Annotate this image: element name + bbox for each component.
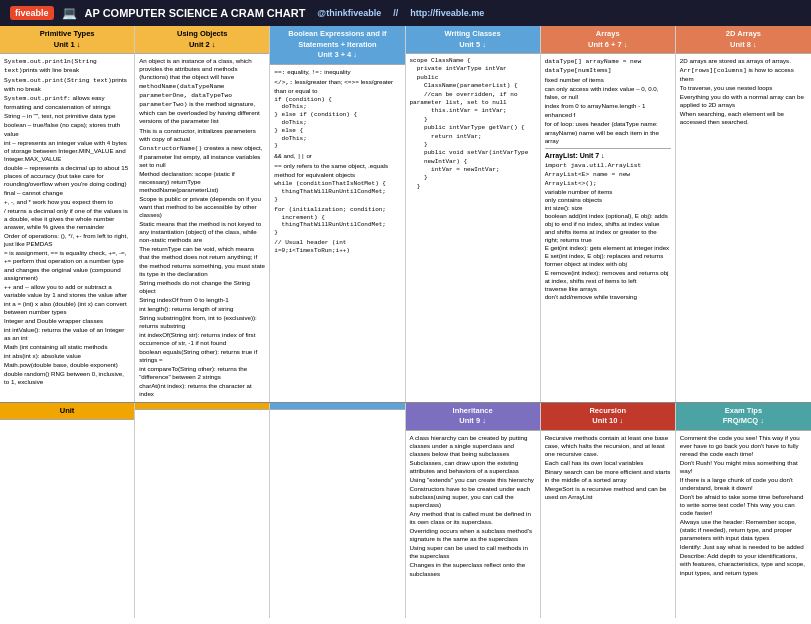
bot-col3-body bbox=[270, 410, 404, 619]
header-icon: 💻 bbox=[62, 6, 77, 20]
col6-item: 2D arrays are stored as arrays of arrays… bbox=[680, 57, 807, 65]
header-link2[interactable]: http://fiveable.me bbox=[410, 8, 484, 18]
col1-item: final – cannot change bbox=[4, 189, 130, 197]
col1-item: int a = (int) x also (double) (int x) ca… bbox=[4, 300, 130, 316]
bot-exam-body: Comment the code you see! This way if yo… bbox=[676, 431, 811, 619]
col5-item: index from 0 to arrayName.length - 1 bbox=[545, 102, 671, 110]
col1-item: int abs(int x): absolute value bbox=[4, 352, 130, 360]
main-content: Primitive Types Unit 1 ↓ System.out.prin… bbox=[0, 26, 811, 618]
col5-al-item: traverse like arrays bbox=[545, 285, 671, 293]
col3-item: if (condition) { doThis; } else if (cond… bbox=[274, 96, 400, 151]
col4-header: Writing Classes Unit 5 ↓ bbox=[406, 26, 540, 54]
col1-item: Integer and Double wrapper classes bbox=[4, 317, 130, 325]
col6-unit: Unit 8 ↓ bbox=[680, 40, 807, 51]
header-link1[interactable]: @thinkfiveable bbox=[317, 8, 381, 18]
bot-recursion-body: Recursive methods contain at least one b… bbox=[541, 431, 675, 619]
col2-item: String methods do not change the String … bbox=[139, 279, 265, 295]
inh-item: Overriding occurs when a subclass method… bbox=[410, 527, 536, 543]
col1-item: / returns a decimal only if one of the v… bbox=[4, 207, 130, 231]
col5-al-item: only contains objects bbox=[545, 196, 671, 204]
col5-item: enhanced f bbox=[545, 111, 671, 119]
col4-title: Writing Classes bbox=[410, 29, 536, 40]
col5-al-item: variable number of items bbox=[545, 188, 671, 196]
col1-body: System.out.println(String text)prints wi… bbox=[0, 54, 134, 402]
col5-item: fixed number of items bbox=[545, 76, 671, 84]
col5-item: can only access with index value – 0, 0.… bbox=[545, 85, 671, 101]
page-wrapper: fiveable 💻 AP COMPUTER SCIENCE A CRAM CH… bbox=[0, 0, 811, 618]
col2-item: An object is an instance of a class, whi… bbox=[139, 57, 265, 81]
col5-header: Arrays Unit 6 + 7 ↓ bbox=[541, 26, 675, 54]
bot-col-unit-label: Unit bbox=[0, 403, 135, 619]
inh-item: Changes in the superclass reflect onto t… bbox=[410, 561, 536, 577]
col1-item: +, -, and * work how you expect them to bbox=[4, 198, 130, 206]
col5-item: dataType[] arrayName = new dataType[numI… bbox=[545, 57, 671, 75]
bot-col1-header: Unit bbox=[0, 403, 134, 421]
col1-item: System.out.println(String text)prints wi… bbox=[4, 57, 130, 75]
col2-unit: Unit 2 ↓ bbox=[139, 40, 265, 51]
col5-al-item: E get(int index): gets element at intege… bbox=[545, 244, 671, 252]
col2-header: Using Objects Unit 2 ↓ bbox=[135, 26, 269, 54]
col6-item: To traverse, you use nested loops bbox=[680, 84, 807, 92]
col1-item: double – represents a decimal up to abou… bbox=[4, 164, 130, 188]
bot-col-recursion: Recursion Unit 10 ↓ Recursive methods co… bbox=[541, 403, 676, 619]
col-writing-classes: Writing Classes Unit 5 ↓ scope ClassName… bbox=[406, 26, 541, 402]
col1-item: = is assignment, == is equality check, +… bbox=[4, 249, 130, 281]
col1-item: boolean – true/false (no caps); stores t… bbox=[4, 121, 130, 137]
col5-arraylist-title: ArrayList: Unit 7 ↓ bbox=[545, 151, 671, 160]
col3-unit: Unit 3 + 4 ↓ bbox=[274, 50, 400, 61]
bot-col1-body bbox=[0, 420, 134, 618]
col1-title: Primitive Types bbox=[4, 29, 130, 40]
exam-item: If there is a large chunk of code you do… bbox=[680, 476, 807, 492]
col4-unit: Unit 5 ↓ bbox=[410, 40, 536, 51]
col5-arraylist-section: ArrayList: Unit 7 ↓ import java.util.Arr… bbox=[545, 148, 671, 301]
col1-item: System.out.print(String text)prints with… bbox=[4, 76, 130, 93]
col-boolean: Boolean Expressions and if Statements + … bbox=[270, 26, 405, 402]
col1-item: int intValue(): returns the value of an … bbox=[4, 326, 130, 342]
rec-item: Each call has its own local variables bbox=[545, 459, 671, 467]
col3-item: for (initialization; condition; incremen… bbox=[274, 206, 400, 237]
col6-title: 2D Arrays bbox=[680, 29, 807, 40]
col2-item: int indexOf(String str): returns index o… bbox=[139, 331, 265, 347]
col5-unit: Unit 6 + 7 ↓ bbox=[545, 40, 671, 51]
col2-item: ConstructorName() creates a new object, … bbox=[139, 144, 265, 169]
bot-col2-body bbox=[135, 410, 269, 619]
col-primitive-types: Primitive Types Unit 1 ↓ System.out.prin… bbox=[0, 26, 135, 402]
bot-exam-unit: FRQ/MCQ ↓ bbox=[680, 416, 807, 427]
col6-body: 2D arrays are stored as arrays of arrays… bbox=[676, 54, 811, 402]
rec-item: MergeSort is a recursive method and can … bbox=[545, 485, 671, 501]
col2-item: int compareTo(String other): returns the… bbox=[139, 365, 265, 381]
bot-exam-header: Exam Tips FRQ/MCQ ↓ bbox=[676, 403, 811, 431]
col1-item: System.out.printf: allows easy formattin… bbox=[4, 94, 130, 111]
col1-item: ++ and -- allow you to add or subtract a… bbox=[4, 283, 130, 299]
bot-col-blank2 bbox=[270, 403, 405, 619]
col6-item: Everything you do with a normal array ca… bbox=[680, 93, 807, 109]
col2-item: Scope is public or private (depends on i… bbox=[139, 195, 265, 219]
bot-col-inheritance: Inheritance Unit 9 ↓ A class hierarchy c… bbox=[406, 403, 541, 619]
col3-body: ==: equality, !=: inequality </>,: less/… bbox=[270, 65, 404, 402]
col5-al-item: import java.util.ArrayList bbox=[545, 161, 671, 170]
header-sep: // bbox=[393, 8, 398, 18]
col5-al-item: don't add/remove while traversing bbox=[545, 293, 671, 301]
col6-item: When searching, each element will be acc… bbox=[680, 110, 807, 126]
bot-recursion-header: Recursion Unit 10 ↓ bbox=[541, 403, 675, 431]
logo: fiveable bbox=[10, 6, 54, 20]
bot-recursion-unit: Unit 10 ↓ bbox=[545, 416, 671, 427]
col5-al-item: boolean add(int index (optional), E obj)… bbox=[545, 212, 671, 244]
exam-item: Identify: Just say what is needed to be … bbox=[680, 543, 807, 551]
col1-item: Order of operations: (), */, +- from lef… bbox=[4, 232, 130, 248]
inh-item: Any method that is called must be define… bbox=[410, 510, 536, 526]
col5-body: dataType[] arrayName = new dataType[numI… bbox=[541, 54, 675, 402]
col6-item: Arr[rows][columns] is how to access them bbox=[680, 66, 807, 83]
bot-col1-title: Unit bbox=[4, 406, 130, 417]
bot-exam-title: Exam Tips bbox=[680, 406, 807, 417]
col2-title: Using Objects bbox=[139, 29, 265, 40]
bottom-row: Unit Inheritance Unit 9 ↓ bbox=[0, 403, 811, 619]
col1-header: Primitive Types Unit 1 ↓ bbox=[0, 26, 134, 54]
inh-item: Using super can be used to call methods … bbox=[410, 544, 536, 560]
col5-item: for of loop: uses header (dataType name:… bbox=[545, 120, 671, 144]
exam-item: Describe: Add depth to your identificati… bbox=[680, 552, 807, 576]
col1-item: Math.pow(double base, double exponent) bbox=[4, 361, 130, 369]
bot-col-exam-tips: Exam Tips FRQ/MCQ ↓ Comment the code you… bbox=[676, 403, 811, 619]
exam-item: Always use the header: Remember scope, (… bbox=[680, 518, 807, 542]
col3-item: while (conditionThatIsNotMet) { thingTha… bbox=[274, 180, 400, 203]
